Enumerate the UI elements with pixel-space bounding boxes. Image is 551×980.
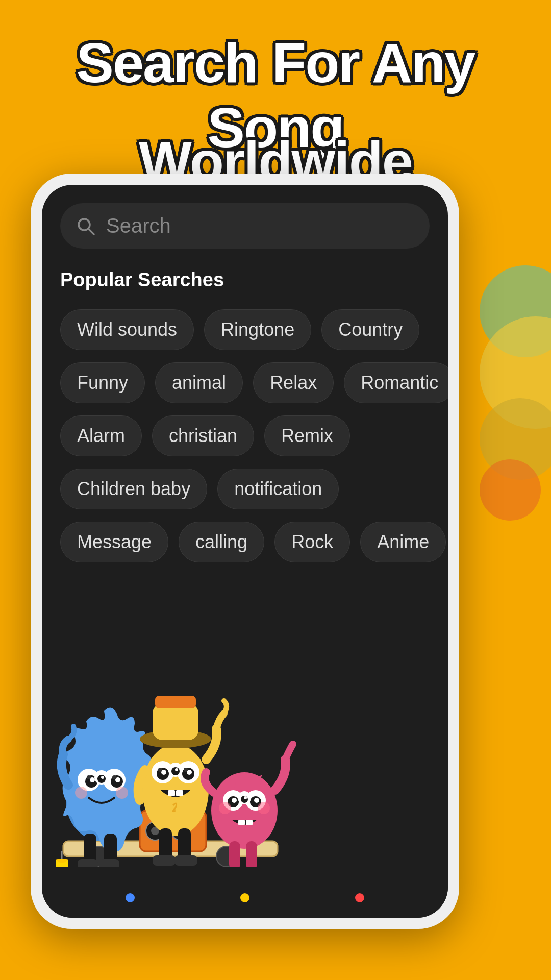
- svg-point-57: [232, 798, 237, 803]
- svg-point-58: [254, 798, 259, 803]
- tag-funny[interactable]: Funny: [60, 362, 145, 403]
- tags-row-3: Alarm christian Remix: [60, 415, 430, 456]
- svg-point-62: [219, 802, 231, 814]
- bottom-navigation: [42, 877, 448, 918]
- search-icon: [76, 216, 96, 236]
- tag-ringtone[interactable]: Ringtone: [204, 309, 311, 350]
- nav-dot-3[interactable]: [355, 893, 364, 902]
- tag-children-baby[interactable]: Children baby: [60, 469, 207, 509]
- tag-romantic[interactable]: Romantic: [344, 362, 448, 403]
- tag-calling[interactable]: calling: [179, 522, 264, 562]
- svg-rect-34: [155, 696, 196, 708]
- search-placeholder-text: Search: [106, 214, 171, 237]
- svg-rect-51: [174, 855, 197, 866]
- svg-point-21: [97, 775, 106, 783]
- svg-rect-66: [229, 841, 240, 867]
- svg-point-23: [75, 787, 87, 799]
- tag-message[interactable]: Message: [60, 522, 168, 562]
- tag-wild-sounds[interactable]: Wild sounds: [60, 309, 194, 350]
- svg-rect-27: [78, 859, 98, 867]
- tags-container: Wild sounds Ringtone Country Funny anima…: [60, 309, 430, 562]
- search-bar[interactable]: Search: [60, 203, 430, 249]
- svg-rect-65: [246, 820, 253, 825]
- tag-christian[interactable]: christian: [152, 415, 254, 456]
- decorative-background: [449, 265, 551, 572]
- svg-point-63: [258, 802, 270, 814]
- nav-dot-1[interactable]: [126, 893, 135, 902]
- svg-point-24: [116, 787, 128, 799]
- tags-row-4: Children baby notification: [60, 469, 430, 509]
- svg-point-61: [244, 796, 247, 799]
- svg-rect-64: [238, 820, 245, 825]
- svg-rect-47: [176, 790, 183, 796]
- svg-rect-67: [246, 841, 257, 867]
- tags-row-1: Wild sounds Ringtone Country: [60, 309, 430, 350]
- svg-point-22: [101, 776, 104, 779]
- phone-screen: Search Popular Searches Wild sounds Ring…: [42, 185, 448, 918]
- tag-alarm[interactable]: Alarm: [60, 415, 142, 456]
- svg-point-45: [175, 768, 178, 771]
- tags-row-2: Funny animal Relax Romantic: [60, 362, 430, 403]
- svg-rect-50: [153, 855, 176, 866]
- svg-point-18: [87, 775, 91, 779]
- phone-frame: Search Popular Searches Wild sounds Ring…: [31, 174, 459, 929]
- tag-notification[interactable]: notification: [217, 469, 339, 509]
- tag-country[interactable]: Country: [321, 309, 419, 350]
- tag-animal[interactable]: animal: [155, 362, 243, 403]
- nav-dot-2[interactable]: [240, 893, 249, 902]
- svg-point-44: [171, 767, 180, 775]
- cartoon-characters: [53, 652, 298, 882]
- svg-point-19: [112, 775, 116, 779]
- svg-rect-33: [153, 703, 198, 740]
- tag-anime[interactable]: Anime: [360, 522, 446, 562]
- svg-point-42: [184, 768, 188, 772]
- svg-rect-46: [168, 790, 175, 796]
- svg-point-41: [158, 768, 162, 772]
- tag-rock[interactable]: Rock: [274, 522, 350, 562]
- popular-searches-title: Popular Searches: [60, 269, 430, 291]
- tag-relax[interactable]: Relax: [253, 362, 334, 403]
- svg-rect-28: [99, 859, 119, 867]
- tags-row-5: Message calling Rock Anime: [60, 522, 430, 562]
- svg-line-1: [88, 229, 94, 234]
- tag-remix[interactable]: Remix: [264, 415, 350, 456]
